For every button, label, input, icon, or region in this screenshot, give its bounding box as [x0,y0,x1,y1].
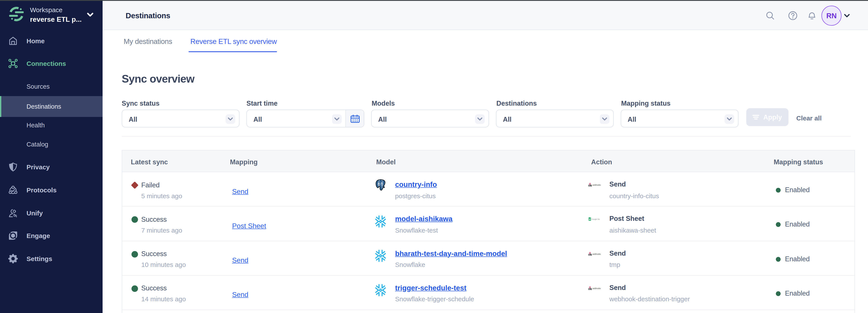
svg-text:Google Sheets: Google Sheets [592,218,600,220]
svg-text:webhooks: webhooks [592,287,601,289]
svg-text:webhooks: webhooks [592,253,601,255]
svg-text:webhooks: webhooks [592,184,601,186]
